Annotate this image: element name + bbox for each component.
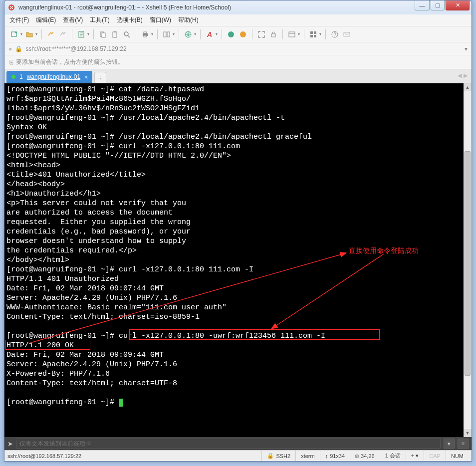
svg-text:?: ?: [333, 32, 336, 37]
scroll-up-icon[interactable]: ▲: [464, 83, 472, 91]
svg-point-15: [240, 31, 246, 37]
status-sessions: 1 会话: [380, 451, 406, 461]
terminal-line: Syntax OK: [6, 123, 470, 132]
svg-rect-11: [164, 32, 166, 37]
terminal-line: Content-Type: text/html; charset=UTF-8: [6, 379, 470, 388]
copy-icon[interactable]: [98, 29, 108, 39]
caret-icon[interactable]: ▾: [216, 32, 218, 36]
lock-icon: 🔒: [15, 45, 22, 52]
font-icon[interactable]: A: [205, 29, 215, 39]
terminal-line: <html><head>: [6, 161, 470, 170]
maximize-button[interactable]: ▢: [431, 0, 445, 10]
tab-prev-icon[interactable]: ◀: [458, 72, 462, 79]
send-bar: ➤ ▾ ≡: [4, 437, 472, 450]
svg-point-7: [124, 32, 128, 36]
terminal-line: [6, 388, 470, 398]
svg-rect-12: [167, 32, 170, 37]
address-bar: ● 🔒 ssh://root:********@192.168.57.129:2…: [4, 42, 472, 55]
caret-icon[interactable]: ▾: [20, 32, 22, 36]
terminal-line: </body></html>: [6, 255, 470, 265]
status-plus[interactable]: + ▾: [406, 451, 424, 461]
terminal-line: Server: Apache/2.4.29 (Unix) PHP/7.1.6: [6, 360, 470, 369]
caret-icon[interactable]: ▾: [87, 32, 89, 36]
terminal-line: [root@wangruifeng-01 ~]# /usr/local/apac…: [6, 113, 470, 123]
minimize-button[interactable]: —: [415, 0, 430, 10]
scroll-thumb[interactable]: [465, 151, 471, 376]
menu-tools[interactable]: 工具(T): [90, 16, 109, 24]
status-dot-icon: [11, 75, 15, 79]
annotation-text: 直接使用命令登陆成功: [349, 246, 419, 255]
lock-icon[interactable]: [268, 29, 278, 39]
scroll-down-icon[interactable]: ▼: [464, 429, 472, 437]
svg-rect-6: [114, 31, 116, 32]
caret-icon[interactable]: ▾: [35, 32, 37, 36]
annotation-box-command: [129, 329, 380, 340]
terminal-line: [root@wangruifeng-01 ~]# cat /data/.htpa…: [6, 85, 470, 94]
terminal-line: <h1>Unauthorized</h1>: [6, 189, 470, 199]
caret-icon[interactable]: ▾: [151, 32, 153, 36]
terminal-line: browser doesn't understand how to supply: [6, 236, 470, 246]
svg-rect-21: [314, 35, 316, 37]
highlight-icon[interactable]: [238, 29, 248, 39]
disconnect-icon[interactable]: [58, 29, 68, 39]
help-icon[interactable]: ?: [330, 29, 340, 39]
menu-view[interactable]: 查看(V): [63, 16, 83, 24]
svg-rect-9: [144, 32, 147, 33]
app-window: wangruifenglinux-01 - root@wangruifeng-0…: [4, 0, 472, 462]
ssh-icon: 🔒: [267, 453, 274, 459]
terminal-line: X-Powered-By: PHP/7.1.6: [6, 369, 470, 379]
color-scheme-icon[interactable]: [226, 29, 236, 39]
layout-icon[interactable]: [162, 29, 172, 39]
print-icon[interactable]: [140, 29, 150, 39]
terminal-line: [root@wangruifeng-01 ~]# /usr/local/apac…: [6, 132, 470, 142]
status-pos: ⎚34,26: [350, 451, 380, 461]
paste-icon[interactable]: [110, 29, 120, 39]
terminal-line: Date: Fri, 02 Mar 2018 09:09:44 GMT: [6, 350, 470, 360]
globe-icon[interactable]: [183, 29, 193, 39]
scrollbar[interactable]: ▲ ▼: [464, 83, 472, 437]
caret-icon[interactable]: ▾: [298, 32, 300, 36]
caret-icon[interactable]: ▾: [319, 32, 321, 36]
menu-tabs[interactable]: 选项卡(B): [117, 16, 143, 24]
reconnect-icon[interactable]: [46, 29, 56, 39]
close-button[interactable]: ✕: [446, 0, 470, 10]
sessions-panel-icon[interactable]: [287, 29, 297, 39]
terminal[interactable]: [root@wangruifeng-01 ~]# cat /data/.htpa…: [4, 83, 472, 437]
compose-icon[interactable]: [342, 29, 352, 39]
window-title: wangruifenglinux-01 - root@wangruifeng-0…: [18, 4, 415, 11]
send-icon[interactable]: ➤: [7, 440, 13, 448]
find-icon[interactable]: [122, 29, 132, 39]
new-tab-button[interactable]: +: [94, 72, 106, 83]
dropdown-icon[interactable]: ▾: [465, 45, 468, 52]
tab-close-icon[interactable]: ×: [84, 73, 88, 81]
send-input[interactable]: [16, 439, 441, 449]
properties-icon[interactable]: [76, 29, 86, 39]
tab-next-icon[interactable]: ▶: [464, 72, 468, 79]
terminal-line: Content-Type: text/html; charset=iso-885…: [6, 312, 470, 322]
menu-window[interactable]: 窗口(W): [150, 16, 171, 24]
status-size: ↕91x34: [320, 451, 350, 461]
menu-file[interactable]: 文件(F): [9, 16, 29, 24]
menu-help[interactable]: 帮助(H): [178, 16, 199, 24]
fullscreen-icon[interactable]: [256, 29, 266, 39]
menubar: 文件(F) 编辑(E) 查看(V) 工具(T) 选项卡(B) 窗口(W) 帮助(…: [4, 14, 472, 26]
terminal-line: [root@wangruifeng-01 ~]#: [6, 398, 470, 407]
titlebar[interactable]: wangruifenglinux-01 - root@wangruifeng-0…: [4, 0, 472, 14]
status-address: ssh://root@192.168.57.129:22: [7, 453, 261, 459]
tile-icon[interactable]: [308, 29, 318, 39]
session-tab[interactable]: 1 wangruifenglinux-01 ×: [6, 71, 92, 83]
send-options-button[interactable]: ≡: [458, 439, 469, 449]
caret-icon[interactable]: ▾: [173, 32, 175, 36]
address-text[interactable]: ssh://root:********@192.168.57.129:22: [25, 45, 462, 52]
new-session-icon[interactable]: [9, 29, 19, 39]
open-folder-icon[interactable]: [24, 29, 34, 39]
send-menu-button[interactable]: ▾: [444, 439, 455, 449]
menu-edit[interactable]: 编辑(E): [36, 16, 56, 24]
svg-rect-16: [271, 34, 275, 37]
terminal-line: libai:$apr1$/yW.36hv$/nRnSuc2tWSO2JHSgFZ…: [6, 104, 470, 113]
terminal-line: HTTP/1.1 401 Unauthorized: [6, 274, 470, 284]
status-term: xterm: [295, 451, 320, 461]
terminal-line: credentials (e.g., bad password), or you…: [6, 227, 470, 236]
caret-icon[interactable]: ▾: [194, 32, 196, 36]
add-session-icon[interactable]: ⎘: [9, 59, 13, 66]
